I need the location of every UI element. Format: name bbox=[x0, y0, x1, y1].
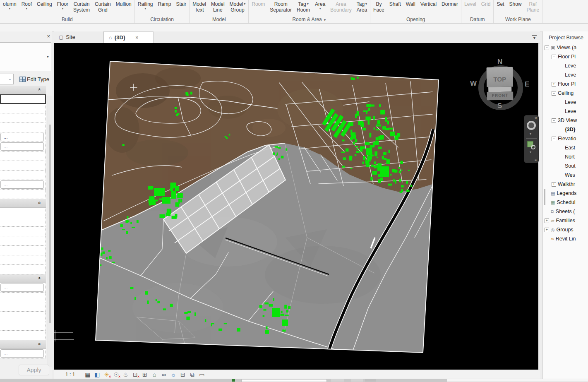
property-value-cell[interactable]: … bbox=[0, 283, 46, 293]
property-value-cell[interactable] bbox=[0, 312, 46, 321]
expand-icon[interactable]: + bbox=[552, 82, 556, 86]
compass-west-label[interactable]: W bbox=[470, 79, 477, 88]
displaced-elements-icon[interactable]: ⧉ bbox=[189, 371, 196, 378]
browser-item-legends[interactable]: ▤Legends bbox=[543, 189, 588, 198]
chevron-down-icon[interactable]: ▾ bbox=[530, 150, 531, 154]
collapse-icon[interactable]: − bbox=[552, 55, 556, 59]
ribbon-button-dormer[interactable]: Dormer bbox=[439, 1, 461, 7]
property-value-cell[interactable] bbox=[0, 227, 46, 236]
property-value-cell[interactable] bbox=[0, 321, 46, 331]
property-value-cell[interactable] bbox=[0, 161, 46, 171]
collapse-icon[interactable]: − bbox=[552, 91, 556, 96]
properties-scrollbar[interactable] bbox=[48, 96, 52, 367]
ribbon-button-tag-room[interactable]: Tag▾Room bbox=[294, 1, 312, 13]
ribbon-button-model-group[interactable]: Model▾Group bbox=[227, 1, 248, 13]
browser-item-schedul[interactable]: ▦Schedul bbox=[543, 198, 588, 207]
property-value-cell[interactable] bbox=[0, 171, 46, 180]
browse-ellipsis-button[interactable]: … bbox=[0, 133, 44, 141]
ribbon-button-tag-area[interactable]: Tag▾Area bbox=[354, 1, 370, 13]
browser-item-sheets[interactable]: ⧉Sheets ( bbox=[543, 207, 588, 216]
ribbon-button-ref-plane[interactable]: RefPlane bbox=[524, 1, 542, 13]
browser-item-sout[interactable]: Sout bbox=[543, 161, 588, 171]
ribbon-button-shaft[interactable]: Shaft bbox=[387, 1, 403, 7]
collapse-icon[interactable]: − bbox=[545, 46, 549, 50]
property-value-cell[interactable] bbox=[0, 217, 46, 227]
ribbon-button-model-text[interactable]: ModelText bbox=[190, 1, 209, 13]
browser-item-elevatio[interactable]: −Elevatio bbox=[543, 134, 588, 143]
collapse-icon[interactable]: − bbox=[552, 137, 556, 141]
browse-ellipsis-button[interactable]: … bbox=[0, 349, 44, 358]
property-value-cell[interactable] bbox=[0, 104, 46, 113]
close-icon[interactable]: × bbox=[135, 34, 139, 41]
steering-wheel-icon[interactable] bbox=[527, 121, 536, 130]
browser-item-walkthr[interactable]: +Walkthr bbox=[543, 180, 588, 189]
browser-item-leve[interactable]: Leve bbox=[543, 98, 588, 107]
view-tab-3d[interactable]: ⌂{3D}× bbox=[103, 31, 154, 43]
crop-view-icon[interactable]: ⊡× bbox=[132, 371, 139, 378]
navbar-options-icon[interactable]: ≡ bbox=[535, 158, 537, 162]
ribbon-button-grid[interactable]: Grid bbox=[479, 1, 493, 7]
browser-item-3d-view[interactable]: −3D View bbox=[543, 116, 588, 125]
browser-item-leve[interactable]: Leve bbox=[543, 107, 588, 116]
expand-icon[interactable]: + bbox=[552, 182, 556, 187]
property-section-header[interactable]: « bbox=[0, 199, 46, 208]
ribbon-button-room-separator[interactable]: RoomSeparator bbox=[267, 1, 294, 13]
ribbon-button-mullion[interactable]: Mullion bbox=[113, 1, 134, 7]
property-value-cell[interactable]: … bbox=[0, 142, 46, 151]
temporary-hide-isolate-icon[interactable]: ∞ bbox=[160, 371, 167, 378]
browser-item-floor-pl[interactable]: +Floor Pl bbox=[543, 79, 588, 89]
property-value-cell[interactable] bbox=[0, 331, 46, 340]
property-value-cell[interactable] bbox=[0, 293, 46, 302]
property-value-cell[interactable] bbox=[0, 255, 46, 265]
view-cube-top-face[interactable]: TOP bbox=[486, 67, 513, 87]
property-value-cell[interactable] bbox=[0, 113, 46, 123]
apply-button[interactable]: Apply bbox=[19, 365, 49, 375]
browse-ellipsis-button[interactable]: … bbox=[0, 142, 44, 151]
compass-south-label[interactable]: S bbox=[497, 102, 502, 110]
ribbon-button-olumn[interactable]: olumn▾ bbox=[0, 1, 19, 11]
view-compass[interactable]: N E S W TOP FRONT bbox=[471, 59, 529, 117]
property-value-cell[interactable] bbox=[0, 208, 46, 217]
ribbon-button-set[interactable]: Set bbox=[494, 1, 506, 7]
edit-type-button[interactable]: Edit Type bbox=[17, 76, 52, 83]
browser-item-east[interactable]: East bbox=[543, 143, 588, 152]
ribbon-button-show[interactable]: Show bbox=[506, 1, 524, 7]
expand-icon[interactable]: + bbox=[545, 228, 549, 232]
type-selector[interactable]: ▾ bbox=[0, 42, 51, 71]
sun-path-icon[interactable]: ☀× bbox=[103, 371, 110, 378]
ribbon-button-room[interactable]: Room bbox=[249, 1, 267, 7]
property-section-header[interactable]: « bbox=[0, 274, 46, 283]
ribbon-button-area-boundary[interactable]: AreaBoundary bbox=[328, 1, 354, 13]
property-section-header[interactable]: « bbox=[0, 340, 46, 349]
ribbon-button-vertical[interactable]: Vertical bbox=[418, 1, 439, 7]
view-cube-front-face[interactable]: FRONT bbox=[487, 91, 513, 100]
shadows-icon[interactable]: ☉× bbox=[113, 371, 120, 378]
ribbon-group-label[interactable]: Room & Area ▼ bbox=[249, 17, 370, 23]
browse-ellipsis-button[interactable]: … bbox=[0, 283, 44, 292]
view-tab-site[interactable]: ▢Site bbox=[54, 31, 103, 43]
browser-item-floor-pl[interactable]: −Floor Pl bbox=[543, 52, 588, 61]
ribbon-button-curtain-grid[interactable]: CurtainGrid bbox=[92, 1, 113, 13]
browser-item-views-a[interactable]: −▣Views (a bbox=[543, 43, 588, 52]
property-value-cell[interactable] bbox=[0, 190, 46, 199]
browser-item-leve[interactable]: Leve bbox=[543, 70, 588, 79]
property-value-cell[interactable]: … bbox=[0, 132, 46, 142]
ribbon-button-ceiling[interactable]: Ceiling bbox=[34, 1, 55, 7]
rendering-dialog-icon[interactable]: ♨ bbox=[122, 371, 129, 378]
ribbon-button-stair[interactable]: Stair bbox=[174, 1, 189, 7]
property-value-cell[interactable] bbox=[0, 236, 46, 246]
browser-item-revit-lin[interactable]: ∞Revit Lin bbox=[543, 234, 588, 243]
browser-item-groups[interactable]: +◎Groups bbox=[543, 225, 588, 234]
ribbon-button-by-face[interactable]: ByFace bbox=[371, 1, 387, 13]
view-cube[interactable]: TOP FRONT bbox=[486, 67, 513, 100]
project-browser-scrollbar[interactable] bbox=[544, 189, 545, 205]
viewport-3d-canvas[interactable]: N E S W TOP FRONT × ▾ ▾ ≡ bbox=[54, 43, 538, 370]
browser-item-ceiling[interactable]: −Ceiling bbox=[543, 89, 588, 98]
property-value-cell[interactable]: … bbox=[0, 349, 46, 358]
properties-filter-combo[interactable]: ⌄ bbox=[0, 74, 14, 84]
detail-level-icon[interactable]: ▦ bbox=[84, 371, 91, 378]
property-section-header[interactable]: « bbox=[0, 86, 46, 94]
show-crop-region-icon[interactable]: ⊞ bbox=[141, 371, 148, 378]
property-value-cell[interactable] bbox=[0, 265, 46, 274]
reveal-hidden-elements-icon[interactable]: ☼ bbox=[170, 371, 177, 378]
